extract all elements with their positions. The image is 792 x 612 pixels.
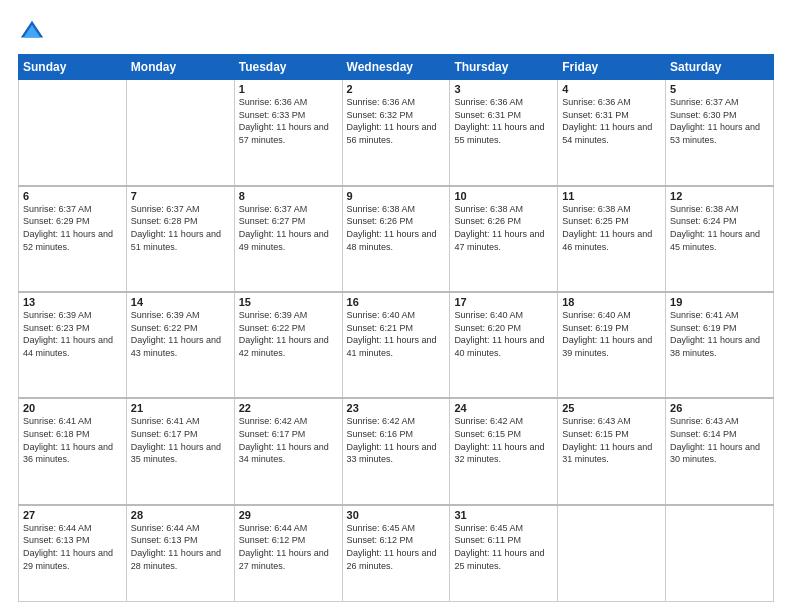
calendar-day-cell: 19Sunrise: 6:41 AM Sunset: 6:19 PM Dayli… [666, 292, 774, 398]
calendar-week-row: 13Sunrise: 6:39 AM Sunset: 6:23 PM Dayli… [19, 292, 774, 398]
day-number: 19 [670, 296, 769, 308]
day-info: Sunrise: 6:45 AM Sunset: 6:11 PM Dayligh… [454, 522, 553, 572]
day-info: Sunrise: 6:40 AM Sunset: 6:19 PM Dayligh… [562, 309, 661, 359]
day-info: Sunrise: 6:37 AM Sunset: 6:29 PM Dayligh… [23, 203, 122, 253]
calendar-weekday-header: Friday [558, 55, 666, 80]
day-info: Sunrise: 6:43 AM Sunset: 6:14 PM Dayligh… [670, 415, 769, 465]
day-number: 14 [131, 296, 230, 308]
calendar-day-cell: 8Sunrise: 6:37 AM Sunset: 6:27 PM Daylig… [234, 186, 342, 292]
day-number: 25 [562, 402, 661, 414]
day-number: 8 [239, 190, 338, 202]
day-number: 17 [454, 296, 553, 308]
day-info: Sunrise: 6:38 AM Sunset: 6:26 PM Dayligh… [454, 203, 553, 253]
calendar-week-row: 27Sunrise: 6:44 AM Sunset: 6:13 PM Dayli… [19, 505, 774, 602]
day-number: 20 [23, 402, 122, 414]
calendar-week-row: 6Sunrise: 6:37 AM Sunset: 6:29 PM Daylig… [19, 186, 774, 292]
day-number: 22 [239, 402, 338, 414]
calendar-day-cell: 25Sunrise: 6:43 AM Sunset: 6:15 PM Dayli… [558, 398, 666, 504]
calendar-weekday-header: Tuesday [234, 55, 342, 80]
day-info: Sunrise: 6:42 AM Sunset: 6:15 PM Dayligh… [454, 415, 553, 465]
logo-icon [18, 18, 46, 46]
calendar-day-cell: 17Sunrise: 6:40 AM Sunset: 6:20 PM Dayli… [450, 292, 558, 398]
calendar-day-cell [666, 505, 774, 602]
day-info: Sunrise: 6:37 AM Sunset: 6:27 PM Dayligh… [239, 203, 338, 253]
day-number: 10 [454, 190, 553, 202]
calendar-day-cell: 1Sunrise: 6:36 AM Sunset: 6:33 PM Daylig… [234, 80, 342, 186]
day-info: Sunrise: 6:39 AM Sunset: 6:22 PM Dayligh… [239, 309, 338, 359]
calendar-weekday-header: Sunday [19, 55, 127, 80]
calendar-header-row: SundayMondayTuesdayWednesdayThursdayFrid… [19, 55, 774, 80]
calendar-day-cell: 21Sunrise: 6:41 AM Sunset: 6:17 PM Dayli… [126, 398, 234, 504]
calendar-weekday-header: Saturday [666, 55, 774, 80]
day-info: Sunrise: 6:45 AM Sunset: 6:12 PM Dayligh… [347, 522, 446, 572]
calendar-day-cell: 11Sunrise: 6:38 AM Sunset: 6:25 PM Dayli… [558, 186, 666, 292]
calendar-day-cell: 28Sunrise: 6:44 AM Sunset: 6:13 PM Dayli… [126, 505, 234, 602]
day-number: 6 [23, 190, 122, 202]
calendar-day-cell: 29Sunrise: 6:44 AM Sunset: 6:12 PM Dayli… [234, 505, 342, 602]
calendar-day-cell: 15Sunrise: 6:39 AM Sunset: 6:22 PM Dayli… [234, 292, 342, 398]
logo [18, 18, 50, 46]
day-number: 3 [454, 83, 553, 95]
day-number: 30 [347, 509, 446, 521]
day-info: Sunrise: 6:39 AM Sunset: 6:22 PM Dayligh… [131, 309, 230, 359]
calendar-day-cell: 22Sunrise: 6:42 AM Sunset: 6:17 PM Dayli… [234, 398, 342, 504]
day-number: 27 [23, 509, 122, 521]
calendar-day-cell: 10Sunrise: 6:38 AM Sunset: 6:26 PM Dayli… [450, 186, 558, 292]
day-number: 1 [239, 83, 338, 95]
calendar-day-cell: 27Sunrise: 6:44 AM Sunset: 6:13 PM Dayli… [19, 505, 127, 602]
calendar-day-cell: 14Sunrise: 6:39 AM Sunset: 6:22 PM Dayli… [126, 292, 234, 398]
day-info: Sunrise: 6:36 AM Sunset: 6:33 PM Dayligh… [239, 96, 338, 146]
day-number: 12 [670, 190, 769, 202]
calendar-day-cell: 30Sunrise: 6:45 AM Sunset: 6:12 PM Dayli… [342, 505, 450, 602]
header [18, 18, 774, 46]
day-info: Sunrise: 6:41 AM Sunset: 6:17 PM Dayligh… [131, 415, 230, 465]
calendar-day-cell: 20Sunrise: 6:41 AM Sunset: 6:18 PM Dayli… [19, 398, 127, 504]
day-info: Sunrise: 6:36 AM Sunset: 6:32 PM Dayligh… [347, 96, 446, 146]
day-info: Sunrise: 6:42 AM Sunset: 6:17 PM Dayligh… [239, 415, 338, 465]
calendar-day-cell: 6Sunrise: 6:37 AM Sunset: 6:29 PM Daylig… [19, 186, 127, 292]
page: SundayMondayTuesdayWednesdayThursdayFrid… [0, 0, 792, 612]
calendar-week-row: 1Sunrise: 6:36 AM Sunset: 6:33 PM Daylig… [19, 80, 774, 186]
calendar-day-cell: 13Sunrise: 6:39 AM Sunset: 6:23 PM Dayli… [19, 292, 127, 398]
calendar-weekday-header: Monday [126, 55, 234, 80]
day-info: Sunrise: 6:37 AM Sunset: 6:28 PM Dayligh… [131, 203, 230, 253]
day-info: Sunrise: 6:41 AM Sunset: 6:18 PM Dayligh… [23, 415, 122, 465]
day-number: 13 [23, 296, 122, 308]
day-info: Sunrise: 6:38 AM Sunset: 6:24 PM Dayligh… [670, 203, 769, 253]
day-number: 23 [347, 402, 446, 414]
day-number: 5 [670, 83, 769, 95]
day-info: Sunrise: 6:39 AM Sunset: 6:23 PM Dayligh… [23, 309, 122, 359]
day-number: 9 [347, 190, 446, 202]
day-number: 2 [347, 83, 446, 95]
day-number: 7 [131, 190, 230, 202]
day-info: Sunrise: 6:37 AM Sunset: 6:30 PM Dayligh… [670, 96, 769, 146]
calendar-day-cell: 24Sunrise: 6:42 AM Sunset: 6:15 PM Dayli… [450, 398, 558, 504]
day-number: 31 [454, 509, 553, 521]
day-number: 28 [131, 509, 230, 521]
day-info: Sunrise: 6:40 AM Sunset: 6:21 PM Dayligh… [347, 309, 446, 359]
day-number: 4 [562, 83, 661, 95]
calendar-day-cell [126, 80, 234, 186]
calendar-weekday-header: Thursday [450, 55, 558, 80]
calendar-day-cell: 31Sunrise: 6:45 AM Sunset: 6:11 PM Dayli… [450, 505, 558, 602]
calendar-day-cell: 26Sunrise: 6:43 AM Sunset: 6:14 PM Dayli… [666, 398, 774, 504]
day-info: Sunrise: 6:43 AM Sunset: 6:15 PM Dayligh… [562, 415, 661, 465]
calendar-day-cell: 5Sunrise: 6:37 AM Sunset: 6:30 PM Daylig… [666, 80, 774, 186]
calendar-table: SundayMondayTuesdayWednesdayThursdayFrid… [18, 54, 774, 602]
calendar-day-cell: 18Sunrise: 6:40 AM Sunset: 6:19 PM Dayli… [558, 292, 666, 398]
calendar-day-cell: 2Sunrise: 6:36 AM Sunset: 6:32 PM Daylig… [342, 80, 450, 186]
calendar-day-cell: 9Sunrise: 6:38 AM Sunset: 6:26 PM Daylig… [342, 186, 450, 292]
day-info: Sunrise: 6:44 AM Sunset: 6:13 PM Dayligh… [23, 522, 122, 572]
day-number: 21 [131, 402, 230, 414]
day-number: 24 [454, 402, 553, 414]
day-info: Sunrise: 6:36 AM Sunset: 6:31 PM Dayligh… [562, 96, 661, 146]
day-info: Sunrise: 6:40 AM Sunset: 6:20 PM Dayligh… [454, 309, 553, 359]
day-info: Sunrise: 6:41 AM Sunset: 6:19 PM Dayligh… [670, 309, 769, 359]
calendar-week-row: 20Sunrise: 6:41 AM Sunset: 6:18 PM Dayli… [19, 398, 774, 504]
calendar-day-cell: 23Sunrise: 6:42 AM Sunset: 6:16 PM Dayli… [342, 398, 450, 504]
calendar-day-cell: 3Sunrise: 6:36 AM Sunset: 6:31 PM Daylig… [450, 80, 558, 186]
day-number: 11 [562, 190, 661, 202]
day-info: Sunrise: 6:38 AM Sunset: 6:25 PM Dayligh… [562, 203, 661, 253]
day-number: 18 [562, 296, 661, 308]
calendar-day-cell: 16Sunrise: 6:40 AM Sunset: 6:21 PM Dayli… [342, 292, 450, 398]
